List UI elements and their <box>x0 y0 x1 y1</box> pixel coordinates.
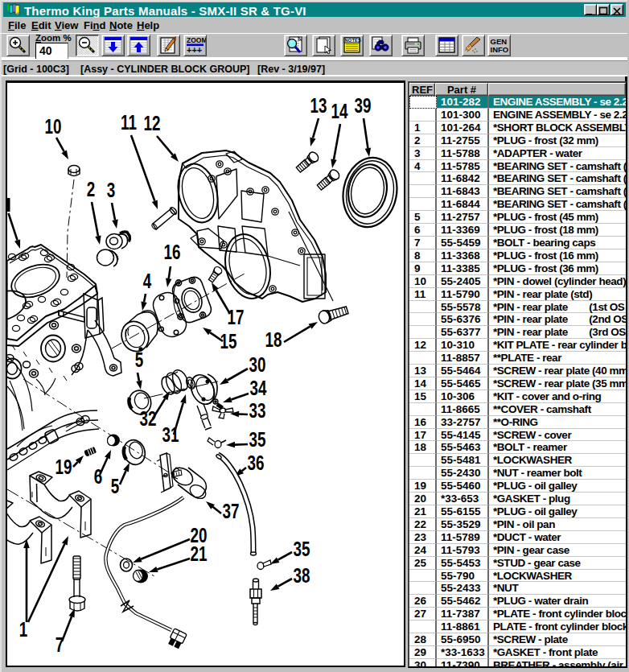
svg-text:37: 37 <box>223 500 240 522</box>
svg-text:10: 10 <box>45 115 62 138</box>
svg-text:19: 19 <box>56 456 72 478</box>
svg-text:16: 16 <box>164 241 181 263</box>
svg-text:11: 11 <box>121 111 137 134</box>
svg-text:18: 18 <box>265 328 282 351</box>
svg-text:34: 34 <box>250 377 267 399</box>
svg-text:13: 13 <box>310 94 327 117</box>
svg-text:3: 3 <box>107 179 116 201</box>
svg-text:21: 21 <box>191 542 208 565</box>
svg-text:INFO: INFO <box>491 45 509 54</box>
svg-text:30: 30 <box>249 353 266 376</box>
svg-text:39: 39 <box>355 94 372 117</box>
svg-text:14: 14 <box>331 100 348 122</box>
svg-text:35: 35 <box>294 538 310 560</box>
svg-text:36: 36 <box>248 451 265 474</box>
svg-text:33: 33 <box>249 399 266 422</box>
svg-text:6: 6 <box>94 465 103 488</box>
svg-text:17: 17 <box>228 306 245 328</box>
svg-text:NOTES: NOTES <box>345 38 361 43</box>
svg-text:2: 2 <box>87 178 96 200</box>
svg-text:38: 38 <box>294 564 310 587</box>
svg-text:35: 35 <box>249 428 266 451</box>
svg-text:+++: +++ <box>187 45 202 55</box>
svg-text:4: 4 <box>143 270 152 292</box>
svg-text:GEN: GEN <box>491 37 508 46</box>
svg-text:5: 5 <box>111 475 120 497</box>
svg-text:7: 7 <box>56 633 64 656</box>
svg-text:ZOOM: ZOOM <box>187 36 206 44</box>
svg-text:12: 12 <box>144 112 161 134</box>
